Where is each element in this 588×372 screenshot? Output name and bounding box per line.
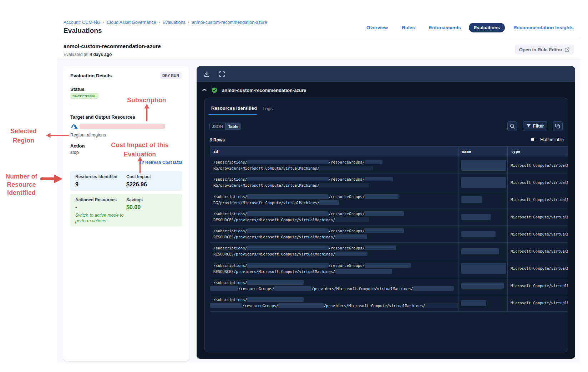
toggle-json[interactable]: JSON <box>210 123 225 130</box>
dry-run-note-line2: perform actions <box>75 218 106 223</box>
id-path-text: RESOURCES/providers/Microsoft.Compute/vi… <box>213 269 335 274</box>
actioned-resources-value: - <box>75 204 77 210</box>
subscription-redacted-bar <box>80 124 165 129</box>
col-header-id[interactable]: id <box>210 147 458 157</box>
success-check-icon <box>212 87 217 93</box>
download-icon[interactable] <box>204 71 209 77</box>
toggle-table[interactable]: Table <box>225 123 241 130</box>
redacted-block <box>461 214 491 220</box>
cost-impact-value: $226.96 <box>126 181 147 188</box>
nav-enforcements[interactable]: Enforcements <box>429 25 461 30</box>
cell-type: Microsoft.Compute/virtualMachines <box>507 174 568 191</box>
results-card: Resources Identified Logs JSON Table 9 R… <box>204 98 568 352</box>
open-in-rule-editor-button[interactable]: Open in Rule Editor <box>515 45 574 55</box>
table-row[interactable]: /subscriptions//resourceGroups/RG/provid… <box>210 157 568 174</box>
page: Account: CCM-NG›Cloud Asset Governance›E… <box>0 0 588 372</box>
redacted-block <box>413 286 454 291</box>
filter-button[interactable]: Filter <box>523 121 547 131</box>
breadcrumb-item[interactable]: anmol-custom-recommendation-azure <box>192 20 267 25</box>
cell-type: Microsoft.Compute/virtualMachines <box>507 260 568 277</box>
table-row[interactable]: /subscriptions//resourceGroups//provider… <box>210 294 568 311</box>
table-row[interactable]: /subscriptions//resourceGroups/RG/provid… <box>210 191 568 208</box>
redacted-block <box>461 231 496 237</box>
id-path-text: /subscriptions/ <box>213 195 247 199</box>
dry-run-badge: DRY RUN <box>160 72 182 79</box>
nav-evaluations[interactable]: Evaluations <box>469 23 505 32</box>
nav-recommendation-insights[interactable]: Recommendation Insights <box>513 25 574 30</box>
redacted-block <box>247 263 329 268</box>
annotation-count-arrow <box>40 175 62 183</box>
id-path-text: /subscriptions/ <box>213 263 247 268</box>
id-path-text: /subscriptions/ <box>213 280 247 285</box>
refresh-cost-data-link[interactable]: Refresh Cost Data <box>140 160 182 165</box>
redacted-block <box>247 246 329 250</box>
redacted-block <box>319 200 339 205</box>
id-path-text: RG/providers/Microsoft.Compute/virtualMa… <box>213 183 319 187</box>
breadcrumb-item[interactable]: Account: CCM-NG <box>64 20 101 25</box>
redacted-block <box>247 177 329 181</box>
table-row[interactable]: /subscriptions//resourceGroups/RESOURCES… <box>210 208 568 226</box>
table-header: id name type <box>210 146 568 156</box>
cell-type: Microsoft.Compute/virtualMachines <box>507 226 568 242</box>
evaluated-value: 4 days ago <box>90 52 112 57</box>
breadcrumb-item[interactable]: Cloud Asset Governance <box>107 20 156 25</box>
tab-resources-identified[interactable]: Resources Identified <box>211 105 257 111</box>
run-title: anmol-custom-recommendation-azure <box>222 88 306 93</box>
redacted-block <box>365 228 404 233</box>
id-path-text: /subscriptions/ <box>213 298 247 302</box>
redacted-block <box>335 269 392 274</box>
nav-overview[interactable]: Overview <box>366 25 388 30</box>
redacted-block <box>461 177 506 188</box>
annotation-line: Number of <box>3 172 40 181</box>
copy-button[interactable] <box>553 121 563 131</box>
cell-name <box>458 174 507 191</box>
cell-type: Microsoft.Compute/virtualMachines <box>507 208 568 225</box>
id-path-text: /providers/Microsoft.Compute/virtualMach… <box>324 304 425 308</box>
table-row[interactable]: /subscriptions//resourceGroups/RESOURCES… <box>210 226 568 243</box>
id-path-text: RG/providers/Microsoft.Compute/virtualMa… <box>213 201 319 205</box>
status-badge: SUCCESSFUL <box>70 93 98 99</box>
tab-logs[interactable]: Logs <box>263 106 273 111</box>
cell-type: Microsoft.Compute/virtualMachines <box>507 294 568 311</box>
redacted-block <box>247 297 304 302</box>
col-header-type[interactable]: type <box>507 147 568 157</box>
cell-id: /subscriptions//resourceGroups//provider… <box>210 294 458 311</box>
redacted-block <box>461 196 482 203</box>
open-editor-label: Open in Rule Editor <box>519 47 562 52</box>
table-row[interactable]: /subscriptions//resourceGroups//provider… <box>210 277 568 294</box>
flatten-table-toggle[interactable] <box>530 137 537 141</box>
breadcrumb-item[interactable]: Evaluations <box>162 20 186 25</box>
table-body: /subscriptions//resourceGroups/RG/provid… <box>210 157 568 312</box>
redacted-block <box>210 286 238 291</box>
fullscreen-icon[interactable] <box>219 71 225 77</box>
id-path-text: RG/providers/Microsoft.Compute/virtualMa… <box>213 166 319 170</box>
redacted-block <box>335 234 367 239</box>
redacted-block <box>461 248 499 254</box>
collapse-chevron-icon[interactable] <box>202 88 207 91</box>
id-path-text: RESOURCES/providers/Microsoft.Compute/vi… <box>213 218 335 222</box>
id-path-text: /resourceGroups/ <box>238 286 274 291</box>
resources-identified-label: Resources Identified <box>75 174 117 179</box>
filter-label: Filter <box>533 124 544 129</box>
id-path-text: RESOURCES/providers/Microsoft.Compute/vi… <box>213 235 335 239</box>
actioned-resources-label: Actioned Resources <box>75 197 117 202</box>
impact-summary-box: Resources Identified 9 Cost Impact $226.… <box>70 171 182 191</box>
redacted-block <box>247 160 329 164</box>
azure-icon <box>71 123 78 130</box>
app-header: Account: CCM-NG›Cloud Asset Governance›E… <box>57 16 581 38</box>
redacted-block <box>335 217 369 222</box>
col-header-name[interactable]: name <box>458 147 507 157</box>
table-row[interactable]: /subscriptions//resourceGroups/RG/provid… <box>210 174 568 191</box>
search-button[interactable] <box>507 121 517 131</box>
table-row[interactable]: /subscriptions//resourceGroups/RESOURCES… <box>210 243 568 260</box>
table-row[interactable]: /subscriptions//resourceGroups/RESOURCES… <box>210 260 568 277</box>
cost-impact-label: Cost Impact <box>126 174 151 179</box>
id-path-text: /resourceGroups/ <box>329 177 365 181</box>
redacted-block <box>365 160 382 164</box>
cell-type: Microsoft.Compute/virtualMachines <box>507 277 568 294</box>
id-path-text: /resourceGroups/ <box>329 246 365 250</box>
refresh-icon <box>140 160 144 165</box>
nav-rules[interactable]: Rules <box>402 25 415 30</box>
breadcrumb-separator-icon: › <box>158 20 160 24</box>
id-path-text: /subscriptions/ <box>213 246 247 250</box>
